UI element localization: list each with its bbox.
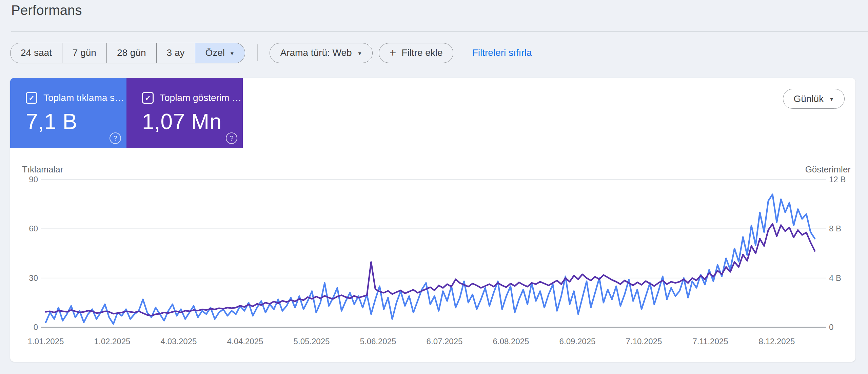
header-divider — [11, 31, 868, 32]
page-title: Performans — [11, 3, 82, 18]
left-axis-tick: 0 — [34, 323, 38, 332]
date-range-label: 28 gün — [117, 47, 146, 58]
x-axis-tick: 5.05.2025 — [294, 337, 330, 346]
left-axis-tick: 90 — [29, 175, 38, 184]
filter-toolbar: 24 saat7 gün28 gün3 ayÖzel▼ Arama türü: … — [10, 42, 532, 63]
toolbar-divider — [257, 44, 258, 61]
x-axis-tick: 5.06.2025 — [360, 337, 396, 346]
chevron-down-icon: ▼ — [357, 51, 362, 56]
right-axis-tick: 0 — [829, 323, 833, 332]
performance-chart-svg[interactable]: 030609004 B8 B12 B1.01.20251.02.20254.03… — [10, 78, 855, 362]
date-range-label: 3 ay — [167, 47, 185, 58]
date-range-3-ay[interactable]: 3 ay — [156, 43, 195, 63]
add-filter-label: Filtre ekle — [401, 47, 442, 58]
x-axis-tick: 1.01.2025 — [28, 337, 64, 346]
add-filter-button[interactable]: + Filtre ekle — [379, 43, 453, 63]
right-axis-tick: 4 B — [829, 273, 841, 283]
plus-icon: + — [389, 47, 396, 58]
date-range-28-gün[interactable]: 28 gün — [106, 43, 156, 63]
performance-chart[interactable]: Tıklamalar Gösterimler 030609004 B8 B12 … — [10, 78, 855, 362]
date-range-24-saat[interactable]: 24 saat — [11, 43, 62, 63]
performance-page: Performans 24 saat7 gün28 gün3 ayÖzel▼ A… — [0, 0, 868, 374]
date-range-label: 24 saat — [21, 47, 52, 58]
x-axis-tick: 4.04.2025 — [227, 337, 263, 346]
chevron-down-icon: ▼ — [230, 51, 235, 56]
right-axis-tick: 8 B — [829, 224, 841, 233]
x-axis-tick: 7.10.2025 — [626, 337, 662, 346]
x-axis-tick: 8.12.2025 — [759, 337, 795, 346]
x-axis-tick: 4.03.2025 — [161, 337, 197, 346]
left-axis-tick: 30 — [29, 273, 38, 283]
reset-filters-link[interactable]: Filtreleri sıfırla — [472, 47, 532, 58]
search-type-dropdown[interactable]: Arama türü: Web ▼ — [270, 43, 373, 63]
date-range-label: Özel — [205, 47, 225, 58]
date-range-label: 7 gün — [73, 47, 96, 58]
date-range-group: 24 saat7 gün28 gün3 ayÖzel▼ — [10, 43, 245, 63]
left-axis-tick: 60 — [29, 224, 38, 233]
x-axis-tick: 6.09.2025 — [559, 337, 596, 346]
x-axis-tick: 6.08.2025 — [493, 337, 529, 346]
search-type-label: Arama türü: Web — [280, 47, 352, 58]
chart-panel: ✓ Toplam tıklama s… 7,1 B ? ✓ Toplam gös… — [10, 78, 855, 362]
series-line-clicks — [46, 194, 815, 324]
date-range-7-gün[interactable]: 7 gün — [62, 43, 106, 63]
x-axis-tick: 6.07.2025 — [427, 337, 463, 346]
date-range-özel[interactable]: Özel▼ — [195, 43, 245, 63]
x-axis-tick: 1.02.2025 — [94, 337, 131, 346]
x-axis-tick: 7.11.2025 — [693, 337, 728, 346]
right-axis-tick: 12 B — [829, 175, 846, 184]
